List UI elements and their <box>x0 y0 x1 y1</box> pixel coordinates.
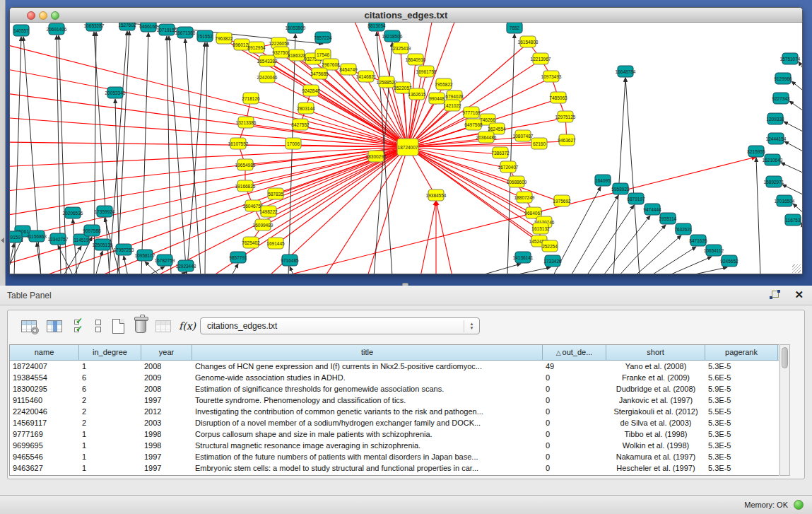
graph-node[interactable]: 14146821 <box>356 71 377 82</box>
table-row[interactable]: 1456911722003Disruption of a novel membe… <box>10 417 779 428</box>
graph-node[interactable]: 13213386 <box>236 117 257 128</box>
graph-node[interactable]: 8427552 <box>291 119 310 130</box>
graph-node[interactable]: 16782759 <box>155 255 175 266</box>
graph-node[interactable]: 16099489 <box>253 219 273 230</box>
graph-node[interactable]: 16053809 <box>286 23 306 33</box>
graph-node[interactable]: 12213967 <box>531 53 551 64</box>
graph-node[interactable]: 9474444 <box>643 204 661 215</box>
graph-node[interactable]: 6497568 <box>464 119 483 130</box>
table-row[interactable]: 1872400712008Changes of HCN gene express… <box>10 361 779 372</box>
column-header-name[interactable]: name <box>10 345 79 361</box>
table-selector-dropdown[interactable]: citations_edges.txt ▲▼ <box>200 317 480 334</box>
graph-node[interactable]: 8813054 <box>367 23 386 31</box>
graph-node[interactable]: 10719155 <box>157 24 177 35</box>
graph-node[interactable]: 12505135 <box>93 239 113 250</box>
table-row[interactable]: 1938455462009Genome-wide association stu… <box>10 372 779 383</box>
graph-node[interactable]: 10973493 <box>541 71 562 82</box>
graph-node[interactable]: 20364486 <box>476 132 497 143</box>
graph-node[interactable]: 140557 <box>13 25 29 36</box>
unselect-rows-icon[interactable] <box>88 316 108 336</box>
graph-node[interactable]: 12325419 <box>391 42 411 54</box>
graph-node[interactable]: 9129966 <box>774 73 792 84</box>
column-header-out_de[interactable]: △out_de... <box>543 345 606 361</box>
graph-node[interactable]: 17016504 <box>775 195 795 206</box>
graph-node[interactable]: 1527602 <box>118 23 136 30</box>
canvas-resize-grip[interactable] <box>792 264 801 273</box>
graph-node[interactable]: 12444154 <box>766 133 787 144</box>
graph-node[interactable]: 1733426 <box>543 255 562 267</box>
column-header-pagerank[interactable]: pagerank <box>705 345 778 361</box>
graph-node[interactable]: 8215955 <box>747 146 765 157</box>
graph-node[interactable]: 1615132 <box>531 223 550 234</box>
table-row[interactable]: 969969511998Structural magnetic resonanc… <box>10 440 779 451</box>
graph-node[interactable]: 20206536 <box>63 207 83 218</box>
graph-node[interactable]: 16648784 <box>616 66 636 77</box>
graph-node[interactable]: 19218506 <box>382 30 403 42</box>
graph-node[interactable]: 16961758 <box>416 66 437 77</box>
table-row[interactable]: 946362711997Embryonic stem cells: a mode… <box>10 462 779 474</box>
network-window-titlebar[interactable]: citations_edges.txt <box>10 8 802 23</box>
graph-node[interactable]: 1209338 <box>766 113 784 124</box>
graph-node[interactable]: 20691406 <box>47 23 67 35</box>
column-header-short[interactable]: short <box>606 345 705 361</box>
graph-node[interactable]: 7632621 <box>674 223 693 235</box>
graph-node[interactable]: 10653287 <box>84 23 105 31</box>
graph-node[interactable]: 587835 <box>268 188 283 199</box>
graph-node[interactable]: 1421022 <box>443 100 461 111</box>
new-table-icon[interactable] <box>108 316 128 336</box>
graph-node[interactable]: 17957253 <box>114 244 134 255</box>
graph-node[interactable]: 7652 <box>507 23 522 33</box>
column-header-in_degree[interactable]: in_degree <box>79 345 141 361</box>
graph-node[interactable]: 1975692 <box>553 195 571 206</box>
graph-node[interactable]: 15751074 <box>780 53 801 64</box>
column-header-title[interactable]: title <box>192 345 543 361</box>
graph-node[interactable]: 7857224 <box>314 32 332 43</box>
graph-node[interactable]: 19384554 <box>426 189 447 201</box>
graph-node[interactable]: 17359924 <box>95 206 115 217</box>
graph-node[interactable]: 1498222 <box>259 206 278 217</box>
graph-node[interactable]: 6879197 <box>627 193 645 204</box>
graph-node[interactable]: 9716485 <box>281 255 299 266</box>
graph-node[interactable]: 9857791 <box>229 252 247 263</box>
delete-column-icon[interactable] <box>131 316 151 336</box>
graph-node[interactable]: 252254 <box>542 240 558 252</box>
graph-node[interactable]: 16154808 <box>518 36 539 47</box>
table-row[interactable]: 911546021997Tourette syndrome. Phenomeno… <box>10 395 779 406</box>
table-row[interactable]: 977716911998Corpus callosum shape and si… <box>10 428 779 440</box>
graph-node[interactable]: 2935114 <box>659 213 677 224</box>
graph-node[interactable]: 18807249 <box>514 192 535 203</box>
table-vertical-scrollbar[interactable] <box>779 344 790 476</box>
graph-node[interactable]: 8471626 <box>689 235 707 246</box>
graph-node[interactable]: 18724007 <box>397 139 418 156</box>
close-icon[interactable]: ✕ <box>794 288 804 301</box>
network-canvas[interactable]: 7963822896012889129541222605893275061654… <box>10 23 802 274</box>
graph-node[interactable]: 18640910 <box>406 54 426 65</box>
graph-node[interactable]: 751552 <box>197 30 213 42</box>
graph-node[interactable]: 11156863 <box>27 230 47 242</box>
show-column-icon[interactable] <box>45 316 64 336</box>
graph-node[interactable]: 5958923 <box>611 183 630 194</box>
graph-node[interactable]: 16543382 <box>257 55 278 66</box>
function-builder-icon[interactable]: f(x) <box>177 316 197 336</box>
graph-node[interactable]: 8454749 <box>339 64 358 75</box>
graph-node[interactable]: 7963822 <box>215 33 233 44</box>
graph-node[interactable]: 22420046 <box>257 71 278 83</box>
graph-node[interactable]: 16671388 <box>175 27 196 38</box>
graph-node[interactable]: 164095 <box>595 175 611 186</box>
graph-node[interactable]: 116753 <box>785 214 801 226</box>
table-settings-icon[interactable] <box>19 316 39 336</box>
graph-node[interactable]: 1691445 <box>266 238 285 249</box>
scrollbar-thumb[interactable] <box>782 347 788 368</box>
select-all-icon[interactable]: ✓ ✓ <box>69 316 88 336</box>
column-header-year[interactable]: year <box>141 345 192 361</box>
graph-node[interactable]: 7386372 <box>491 147 510 158</box>
graph-node[interactable]: 9245652 <box>720 255 739 267</box>
graph-node[interactable]: 9777169 <box>462 107 481 118</box>
graph-node[interactable]: 9463627 <box>558 134 576 146</box>
graph-node[interactable]: 16107552 <box>228 138 249 149</box>
graph-node[interactable]: 9227343 <box>772 93 790 104</box>
graph-node[interactable]: 8912954 <box>247 42 266 53</box>
graph-node[interactable]: 14136141 <box>513 252 534 263</box>
graph-node[interactable]: 2803144 <box>297 103 315 114</box>
table-row[interactable]: 1830029562008Estimation of significance … <box>10 383 779 395</box>
